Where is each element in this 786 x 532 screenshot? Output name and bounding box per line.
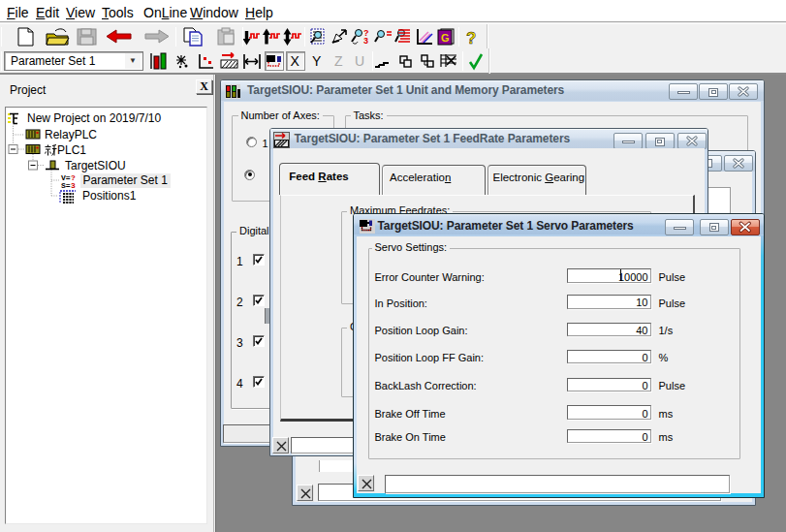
svg-text:3: 3: [363, 36, 368, 46]
svg-text:S=: S=: [61, 181, 71, 190]
svg-text:Y: Y: [312, 53, 322, 69]
svg-text:G: G: [441, 32, 450, 44]
svg-text:Z: Z: [334, 53, 343, 69]
svg-text:3: 3: [71, 181, 76, 190]
svg-text:U: U: [355, 53, 364, 69]
svg-text:?: ?: [466, 29, 476, 47]
svg-text:X: X: [291, 53, 300, 69]
